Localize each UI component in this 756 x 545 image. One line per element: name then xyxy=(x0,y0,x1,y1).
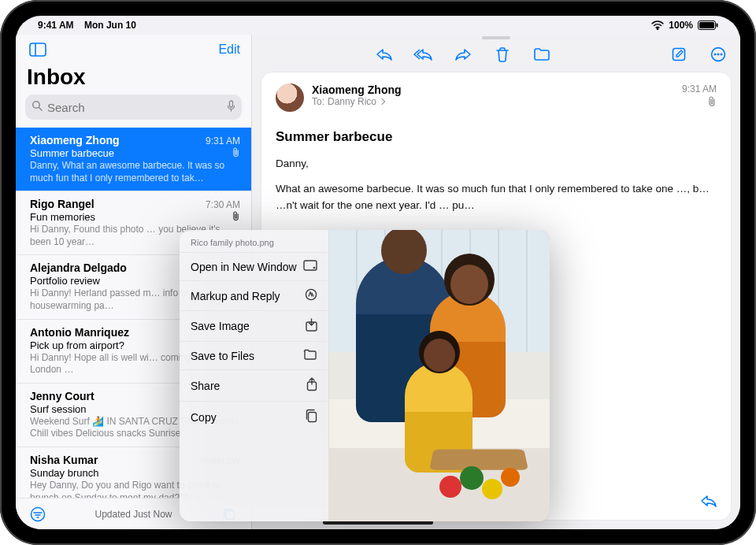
cell-subject: Summer barbecue xyxy=(30,147,114,159)
photo-placeholder xyxy=(329,230,550,521)
svg-rect-1 xyxy=(699,22,714,28)
cell-subject: Pick up from airport? xyxy=(30,339,124,351)
search-icon xyxy=(32,100,43,114)
dictation-icon[interactable] xyxy=(227,100,235,115)
svg-point-14 xyxy=(721,54,722,55)
menu-item-copy[interactable]: Copy xyxy=(180,401,328,432)
status-left: 9:41 AM Mon Jun 10 xyxy=(38,20,136,31)
menu-item-label: Copy xyxy=(191,411,217,424)
svg-point-8 xyxy=(32,507,45,521)
battery-percent: 100% xyxy=(669,20,693,31)
sender-avatar[interactable] xyxy=(276,83,304,112)
message-from[interactable]: Xiaomeng Zhong xyxy=(312,83,402,96)
svg-rect-7 xyxy=(230,101,233,107)
attachment-icon xyxy=(707,96,717,109)
move-folder-icon[interactable] xyxy=(531,43,553,65)
markup-icon xyxy=(305,288,317,303)
to-label: To: xyxy=(312,96,324,107)
cell-subject: Portfolio review xyxy=(30,275,100,287)
svg-line-6 xyxy=(39,108,43,111)
paperclip-icon xyxy=(232,147,240,159)
reply-icon[interactable] xyxy=(373,43,395,65)
menu-item-label: Save to Files xyxy=(191,350,254,362)
message-body: Danny, What an awesome barbecue. It was … xyxy=(276,156,717,213)
sidebar-toggle-icon[interactable] xyxy=(27,39,49,61)
search-input[interactable] xyxy=(47,101,222,114)
screen: 9:41 AM Mon Jun 10 100% xyxy=(16,16,740,529)
svg-rect-2 xyxy=(717,24,718,28)
cell-time: 7:30 AM xyxy=(206,199,240,210)
message-header: Xiaomeng Zhong To: Danny Rico 9:31 AM xyxy=(276,83,717,112)
message-cell[interactable]: Xiaomeng Zhong9:31 AMSummer barbecueDann… xyxy=(16,128,251,191)
forward-icon[interactable] xyxy=(452,43,474,65)
context-menu: Rico family photo.png Open in New Window… xyxy=(180,230,329,521)
update-status: Updated Just Now xyxy=(94,509,172,520)
reply-all-icon[interactable] xyxy=(413,43,435,65)
folder-icon xyxy=(303,349,317,362)
body-greeting: Danny, xyxy=(276,156,717,172)
share-icon xyxy=(306,377,317,394)
wifi-icon xyxy=(651,20,664,30)
message-time: 9:31 AM xyxy=(682,83,717,95)
svg-point-12 xyxy=(714,54,716,55)
status-date: Mon Jun 10 xyxy=(84,20,136,31)
edit-button[interactable]: Edit xyxy=(218,43,240,57)
svg-rect-3 xyxy=(30,43,46,56)
cell-time: 9:31 AM xyxy=(206,135,240,146)
inbox-title: Inbox xyxy=(16,65,251,95)
to-name: Danny Rico xyxy=(328,96,376,107)
body-paragraph: What an awesome barbecue. It was so much… xyxy=(276,181,717,213)
cell-subject: Surf session xyxy=(30,403,87,415)
paperclip-icon xyxy=(232,211,240,223)
trash-icon[interactable] xyxy=(491,43,513,65)
menu-item-markup[interactable]: Markup and Reply xyxy=(180,280,328,310)
cell-sender: Xiaomeng Zhong xyxy=(30,134,120,146)
menu-item-label: Open in New Window xyxy=(191,261,297,273)
message-subject: Summer barbecue xyxy=(276,129,717,145)
attachment-preview-image[interactable] xyxy=(329,230,550,521)
sidebar-toolbar: Edit xyxy=(16,35,251,65)
message-toolbar xyxy=(252,39,740,69)
svg-point-13 xyxy=(717,54,719,55)
compose-icon[interactable] xyxy=(668,43,690,65)
attachment-preview-popup: Rico family photo.png Open in New Window… xyxy=(180,230,550,521)
cell-sender: Nisha Kumar xyxy=(30,454,98,466)
window-icon xyxy=(303,260,317,273)
cell-subject: Sunday brunch xyxy=(30,467,98,479)
message-meta: 9:31 AM xyxy=(682,83,717,109)
menu-item-share[interactable]: Share xyxy=(180,369,328,401)
filter-icon[interactable] xyxy=(27,503,49,525)
cell-sender: Alejandra Delgado xyxy=(30,261,127,274)
menu-item-label: Markup and Reply xyxy=(191,290,280,302)
svg-rect-20 xyxy=(309,413,317,422)
status-bar: 9:41 AM Mon Jun 10 100% xyxy=(16,16,740,35)
battery-icon xyxy=(698,20,718,30)
save-image-icon xyxy=(306,318,317,334)
copy-icon xyxy=(305,409,317,425)
status-time: 9:41 AM xyxy=(38,20,74,31)
search-field[interactable] xyxy=(25,95,242,120)
ipad-frame: 9:41 AM Mon Jun 10 100% xyxy=(0,0,756,545)
svg-point-16 xyxy=(313,267,315,269)
more-icon[interactable] xyxy=(707,43,729,65)
cell-sender: Jenny Court xyxy=(30,390,94,402)
svg-rect-10 xyxy=(673,49,685,61)
message-to[interactable]: To: Danny Rico xyxy=(312,96,402,107)
context-menu-filename: Rico family photo.png xyxy=(180,235,328,252)
cell-sender: Antonio Manriquez xyxy=(30,326,129,339)
menu-item-folder[interactable]: Save to Files xyxy=(180,341,328,369)
cell-subject: Fun memories xyxy=(30,211,95,223)
menu-item-save-image[interactable]: Save Image xyxy=(180,310,328,341)
chevron-right-icon xyxy=(379,98,385,105)
menu-item-label: Save Image xyxy=(191,320,250,332)
cell-preview: Danny, What an awesome barbecue. It was … xyxy=(30,160,240,184)
cell-sender: Rigo Rangel xyxy=(30,198,94,210)
menu-item-label: Share xyxy=(191,380,220,392)
menu-item-window[interactable]: Open in New Window xyxy=(180,252,328,280)
status-right: 100% xyxy=(651,20,718,31)
quick-reply-icon[interactable] xyxy=(698,490,720,512)
